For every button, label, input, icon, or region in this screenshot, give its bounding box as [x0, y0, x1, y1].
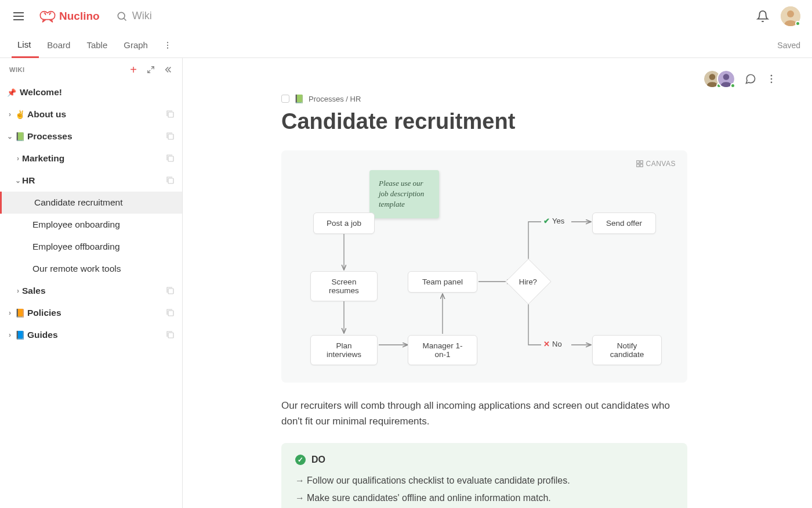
node-team-panel[interactable]: Team panel [408, 271, 477, 293]
svg-rect-15 [168, 311, 173, 316]
sidebar-item-marketing[interactable]: › Marketing [0, 147, 182, 170]
breadcrumb[interactable]: 📗 Processes / HR [281, 94, 687, 103]
collection-icon [166, 286, 175, 296]
svg-point-22 [771, 78, 773, 80]
do-item: →Follow our qualifications checklist to … [295, 472, 673, 489]
chevron-right-icon: › [6, 309, 14, 317]
collection-icon [166, 330, 175, 340]
top-header: Nuclino Wiki [0, 0, 812, 33]
sidebar-item-employee-offboarding[interactable]: Employee offboarding [0, 236, 182, 258]
pin-icon: 📌 [7, 88, 16, 97]
status-dot-icon [795, 21, 800, 26]
do-label: DO [311, 455, 325, 465]
svg-rect-25 [640, 161, 642, 163]
node-screen-resumes[interactable]: Screen resumes [310, 271, 378, 301]
svg-line-4 [124, 18, 126, 20]
book-icon: 📗 [15, 132, 25, 141]
sidebar-item-welcome[interactable]: 📌 Welcome! [0, 81, 182, 103]
status-dot-icon [730, 83, 735, 88]
svg-rect-13 [168, 178, 173, 183]
collection-icon [166, 176, 175, 185]
check-icon: ✔ [543, 217, 550, 225]
tab-graph[interactable]: Graph [115, 33, 156, 58]
svg-rect-16 [168, 333, 173, 338]
node-hire-decision[interactable]: Hire? [505, 258, 551, 304]
page-title: Candidate recruitment [281, 109, 687, 134]
brand-name: Nuclino [59, 10, 100, 23]
tab-table[interactable]: Table [78, 33, 115, 58]
sidebar-workspace-label: WIKI [9, 66, 24, 73]
collaborator-avatars[interactable] [703, 70, 735, 88]
node-manager-1on1[interactable]: Manager 1-on-1 [408, 335, 477, 365]
view-tabs: List Board Table Graph Saved [0, 33, 812, 58]
page-checkbox[interactable] [281, 95, 289, 103]
document-content: 📗 Processes / HR Candidate recruitment C… [183, 58, 812, 508]
chevron-right-icon: › [6, 331, 14, 339]
svg-point-3 [118, 12, 125, 19]
sticky-note[interactable]: Please use our job description template [369, 170, 439, 218]
do-callout: ✓ DO →Follow our qualifications checklis… [281, 443, 687, 508]
sidebar-item-hr[interactable]: ⌄ HR [0, 170, 182, 192]
edge-label-yes: ✔Yes [543, 217, 564, 225]
svg-rect-26 [636, 164, 639, 167]
add-page-icon[interactable]: + [129, 65, 138, 74]
book-icon: 📗 [294, 94, 304, 103]
node-post-job[interactable]: Post a job [313, 212, 375, 234]
user-avatar[interactable] [781, 6, 800, 26]
node-notify-candidate[interactable]: Notify candidate [592, 335, 662, 365]
chevron-right-icon: › [14, 154, 22, 163]
svg-point-9 [167, 47, 168, 48]
tab-list[interactable]: List [12, 33, 39, 58]
sidebar-item-sales[interactable]: › Sales [0, 280, 182, 302]
collection-icon [166, 110, 175, 119]
check-circle-icon: ✓ [295, 455, 306, 465]
sidebar-item-employee-onboarding[interactable]: Employee onboarding [0, 214, 182, 236]
svg-rect-10 [168, 112, 173, 117]
do-item: →Make sure candidates' offline and onlin… [295, 489, 673, 507]
sidebar-item-remote-tools[interactable]: Our remote work tools [0, 258, 182, 280]
comments-icon[interactable] [745, 73, 756, 85]
chevron-down-icon: ⌄ [6, 132, 14, 140]
expand-icon[interactable] [146, 65, 155, 74]
hamburger-menu-icon[interactable] [12, 9, 26, 23]
book-icon: 📙 [15, 308, 25, 318]
search-placeholder: Wiki [132, 10, 152, 22]
intro-paragraph: Our recruiters will comb through all inc… [281, 398, 687, 429]
chevron-right-icon: › [6, 110, 14, 118]
breadcrumb-path: Processes / HR [309, 95, 361, 103]
book-icon: 📘 [15, 330, 25, 340]
notifications-icon[interactable] [756, 10, 769, 23]
node-send-offer[interactable]: Send offer [592, 212, 656, 234]
arrow-right-icon: → [295, 493, 304, 503]
sidebar-item-candidate-recruitment[interactable]: Candidate recruitment [0, 192, 182, 214]
svg-point-21 [771, 75, 773, 77]
brain-icon [39, 8, 56, 24]
chevron-down-icon: ⌄ [14, 176, 22, 185]
collapse-sidebar-icon[interactable] [164, 65, 173, 74]
svg-rect-12 [168, 156, 173, 161]
canvas-embed[interactable]: CANVAS [281, 150, 687, 383]
hand-icon: ✌️ [15, 110, 25, 119]
search-icon [116, 10, 128, 22]
collection-icon [166, 154, 175, 163]
sidebar-item-guides[interactable]: › 📘 Guides [0, 324, 182, 346]
svg-rect-14 [168, 289, 173, 294]
canvas-badge: CANVAS [636, 160, 676, 168]
collection-icon [166, 132, 175, 141]
search-input[interactable]: Wiki [116, 10, 756, 22]
app-logo[interactable]: Nuclino [39, 8, 100, 24]
node-plan-interviews[interactable]: Plan interviews [310, 335, 378, 365]
sidebar-item-processes[interactable]: ⌄ 📗 Processes [0, 125, 182, 147]
cross-icon: ✕ [543, 340, 550, 348]
tab-more-icon[interactable] [161, 33, 175, 58]
saved-status: Saved [777, 41, 800, 50]
svg-point-20 [723, 74, 730, 80]
sidebar-item-policies[interactable]: › 📙 Policies [0, 302, 182, 324]
sidebar: WIKI + 📌 Welcome! › ✌️ About us ⌄ 📗 Proc [0, 58, 183, 508]
more-menu-icon[interactable] [766, 73, 777, 85]
svg-point-6 [787, 10, 794, 17]
canvas-icon [636, 160, 644, 168]
sidebar-item-about-us[interactable]: › ✌️ About us [0, 103, 182, 125]
svg-point-7 [167, 42, 168, 43]
tab-board[interactable]: Board [39, 33, 78, 58]
